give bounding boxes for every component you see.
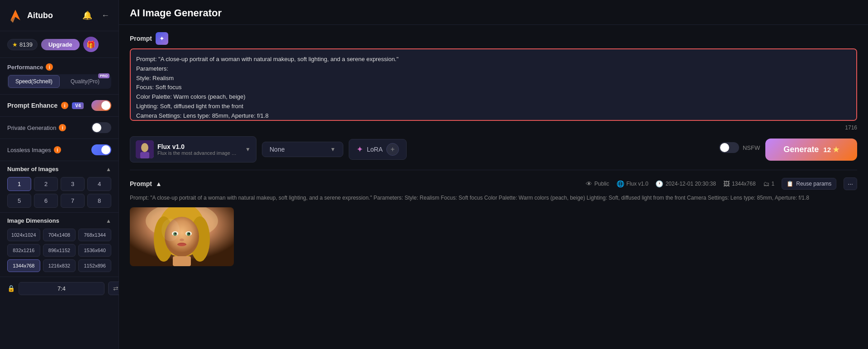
generate-cost: 12 ★ bbox=[823, 145, 839, 154]
output-label: Prompt ▲ bbox=[130, 180, 162, 187]
credits-badge: ★ 8139 bbox=[7, 39, 38, 50]
lossless-label: Lossless Images i bbox=[7, 146, 61, 153]
svg-point-3 bbox=[141, 143, 148, 152]
toggle-knob bbox=[101, 101, 110, 110]
svg-point-16 bbox=[188, 233, 190, 234]
upgrade-button[interactable]: Upgrade bbox=[41, 39, 80, 50]
svg-point-17 bbox=[180, 239, 184, 241]
num-btn-8[interactable]: 8 bbox=[87, 194, 111, 208]
num-btn-6[interactable]: 6 bbox=[34, 194, 58, 208]
num-btn-5[interactable]: 5 bbox=[7, 194, 31, 208]
more-options-button[interactable]: ··· bbox=[844, 177, 857, 190]
collapse-icon: ▲ bbox=[156, 180, 162, 187]
prompt-section: Prompt ✦ Prompt: "A close-up portrait of… bbox=[130, 32, 857, 131]
number-grid: 1 2 3 4 5 6 7 8 bbox=[7, 177, 111, 208]
dim-1536x640[interactable]: 1536x640 bbox=[78, 244, 111, 257]
dim-896x1152[interactable]: 896x1152 bbox=[43, 244, 76, 257]
num-btn-3[interactable]: 3 bbox=[61, 177, 85, 191]
model-selector[interactable]: Flux v1.0 Flux is the most advanced imag… bbox=[130, 136, 256, 163]
image-dimensions-section: Image Dimensions ▲ 1024x1024 704x1408 76… bbox=[0, 213, 119, 277]
ratio-input[interactable] bbox=[19, 282, 104, 295]
performance-label: Performance i bbox=[7, 63, 111, 71]
toggle-knob-2 bbox=[92, 123, 101, 132]
back-button[interactable]: ← bbox=[100, 9, 111, 22]
toggle-knob-3 bbox=[101, 145, 110, 154]
app-name: Aitubo bbox=[27, 11, 53, 20]
visibility-value: Public bbox=[594, 181, 609, 187]
dim-1344x768[interactable]: 1344x768 bbox=[7, 259, 40, 272]
gift-button[interactable]: 🎁 bbox=[83, 37, 99, 52]
header-icons: 🔔 ← bbox=[81, 9, 111, 22]
dimensions-value: 1344x768 bbox=[732, 181, 756, 187]
performance-section: Performance i Speed(Schnell) Quality(Pro… bbox=[0, 58, 119, 95]
count-value: 1 bbox=[772, 181, 775, 187]
svg-rect-4 bbox=[140, 152, 149, 158]
private-generation-toggle[interactable] bbox=[91, 122, 111, 133]
num-btn-7[interactable]: 7 bbox=[61, 194, 85, 208]
model-dropdown-chevron: ▼ bbox=[245, 146, 251, 153]
svg-rect-19 bbox=[173, 256, 191, 266]
speed-option[interactable]: Speed(Schnell) bbox=[8, 75, 60, 88]
magic-icon[interactable]: ✦ bbox=[156, 32, 168, 45]
output-images bbox=[130, 207, 857, 266]
number-of-images-header[interactable]: Number of Images ▲ bbox=[7, 166, 111, 172]
dim-832x1216[interactable]: 832x1216 bbox=[7, 244, 40, 257]
model-info: Flux v1.0 Flux is the most advanced imag… bbox=[157, 143, 242, 156]
dim-704x1408[interactable]: 704x1408 bbox=[43, 229, 76, 241]
private-generation-label: Private Generation i bbox=[7, 124, 66, 131]
main-body: Prompt ✦ Prompt: "A close-up portrait of… bbox=[119, 25, 868, 349]
lora-add-button[interactable]: + bbox=[386, 143, 399, 156]
lora-selector[interactable]: ✦ LoRA + bbox=[349, 139, 407, 160]
lossless-toggle[interactable] bbox=[91, 144, 111, 155]
generate-label: Generate bbox=[783, 145, 819, 154]
number-of-images-section: Number of Images ▲ 1 2 3 4 5 6 7 8 bbox=[0, 161, 119, 213]
page-title: AI Image Generator bbox=[130, 7, 222, 19]
nsfw-toggle-knob bbox=[720, 143, 729, 152]
prompt-enhance-row: Prompt Enhance i V4 bbox=[0, 95, 119, 117]
ratio-row: 🔒 ⇄ bbox=[0, 277, 119, 300]
reuse-params-button[interactable]: 📋 Reuse params bbox=[782, 178, 836, 190]
reuse-icon: 📋 bbox=[787, 181, 793, 187]
lock-icon: 🔒 bbox=[7, 285, 15, 292]
num-btn-2[interactable]: 2 bbox=[34, 177, 58, 191]
main-header: AI Image Generator bbox=[119, 0, 868, 25]
notification-button[interactable]: 🔔 bbox=[81, 9, 94, 22]
globe-icon: 🌐 bbox=[617, 180, 624, 187]
credits-area: ★ 8139 Upgrade 🎁 bbox=[0, 31, 119, 58]
prompt-enhance-info-icon: i bbox=[61, 102, 68, 109]
quality-option[interactable]: Quality(Pro) PRO bbox=[60, 75, 110, 88]
logo-icon bbox=[7, 7, 24, 24]
dimensions-grid: 1024x1024 704x1408 768x1344 832x1216 896… bbox=[7, 229, 111, 272]
lora-label: LoRA bbox=[367, 146, 383, 153]
stack-icon: 🗂 bbox=[763, 180, 769, 187]
main-content: AI Image Generator Prompt ✦ Prompt: "A c… bbox=[119, 0, 868, 349]
star-cost-icon: ★ bbox=[833, 145, 839, 154]
sparkle-icon: ✦ bbox=[356, 144, 363, 154]
prompt-enhance-label: Prompt Enhance i V4 bbox=[7, 102, 84, 109]
dim-1024x1024[interactable]: 1024x1024 bbox=[7, 229, 40, 241]
model-meta: 🌐 Flux v1.0 bbox=[617, 180, 649, 187]
svg-point-18 bbox=[177, 243, 186, 246]
none-dropdown-chevron: ▼ bbox=[330, 146, 336, 153]
dim-1152x896[interactable]: 1152x896 bbox=[78, 259, 111, 272]
eye-icon: 👁 bbox=[586, 180, 592, 187]
output-image-1[interactable] bbox=[130, 207, 234, 266]
star-icon: ★ bbox=[12, 41, 18, 48]
none-label: None bbox=[270, 146, 327, 153]
model-row: Flux v1.0 Flux is the most advanced imag… bbox=[130, 136, 857, 163]
model-desc: Flux is the most advanced image generati… bbox=[157, 150, 239, 156]
performance-toggle-group: Speed(Schnell) Quality(Pro) PRO bbox=[7, 74, 111, 89]
visibility-meta: 👁 Public bbox=[586, 180, 609, 187]
model-thumbnail bbox=[136, 140, 154, 158]
none-selector[interactable]: None ▼ bbox=[262, 142, 343, 157]
generate-button[interactable]: Generate 12 ★ bbox=[765, 139, 857, 161]
prompt-enhance-toggle[interactable] bbox=[91, 100, 111, 111]
count-meta: 🗂 1 bbox=[763, 180, 775, 187]
image-dimensions-header[interactable]: Image Dimensions ▲ bbox=[7, 217, 111, 224]
num-btn-1[interactable]: 1 bbox=[7, 177, 31, 191]
prompt-textarea[interactable]: Prompt: "A close-up portrait of a woman … bbox=[130, 48, 857, 121]
nsfw-toggle[interactable] bbox=[719, 142, 739, 153]
num-btn-4[interactable]: 4 bbox=[87, 177, 111, 191]
dim-1216x832[interactable]: 1216x832 bbox=[43, 259, 76, 272]
dim-768x1344[interactable]: 768x1344 bbox=[78, 229, 111, 241]
